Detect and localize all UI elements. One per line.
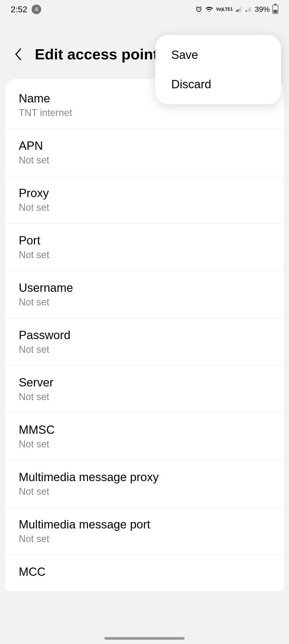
setting-value: Not set bbox=[19, 202, 270, 213]
setting-value: Not set bbox=[19, 249, 270, 260]
setting-row-mms-port[interactable]: Multimedia message port Not set bbox=[5, 508, 284, 555]
setting-label: MMSC bbox=[19, 423, 270, 436]
setting-label: Multimedia message port bbox=[19, 518, 270, 531]
setting-label: APN bbox=[19, 139, 270, 152]
setting-row-username[interactable]: Username Not set bbox=[5, 271, 284, 318]
setting-label: Server bbox=[19, 376, 270, 389]
setting-row-mcc[interactable]: MCC bbox=[5, 555, 284, 591]
setting-row-apn[interactable]: APN Not set bbox=[5, 129, 284, 176]
alarm-icon bbox=[195, 6, 203, 13]
battery-percent: 39% bbox=[255, 5, 270, 14]
setting-value: Not set bbox=[19, 486, 270, 497]
back-icon[interactable] bbox=[13, 49, 24, 60]
nav-handle[interactable] bbox=[104, 637, 185, 640]
setting-label: MCC bbox=[19, 565, 270, 578]
setting-label: Password bbox=[19, 328, 270, 342]
setting-value: Not set bbox=[19, 344, 270, 355]
setting-label: Username bbox=[19, 281, 270, 294]
setting-value: Not set bbox=[19, 439, 270, 450]
status-bar: 2:52 4 Vo)LTE1 39% bbox=[0, 0, 289, 19]
setting-row-mmsc[interactable]: MMSC Not set bbox=[5, 413, 284, 460]
setting-value: Not set bbox=[19, 533, 270, 545]
save-menu-item[interactable]: Save bbox=[155, 40, 281, 70]
volte-icon: Vo)LTE1 bbox=[216, 7, 233, 11]
notification-count-badge: 4 bbox=[32, 5, 41, 14]
page-title: Edit access point bbox=[35, 45, 158, 63]
setting-row-port[interactable]: Port Not set bbox=[5, 224, 284, 271]
signal-icon-1 bbox=[235, 6, 242, 13]
setting-value: Not set bbox=[19, 391, 270, 402]
setting-row-password[interactable]: Password Not set bbox=[5, 318, 284, 366]
wifi-icon bbox=[205, 5, 213, 13]
setting-value: Not set bbox=[19, 155, 270, 166]
setting-row-proxy[interactable]: Proxy Not set bbox=[5, 176, 284, 224]
signal-icon-2 bbox=[245, 6, 252, 13]
status-time: 2:52 bbox=[11, 5, 27, 14]
status-right: Vo)LTE1 39% bbox=[195, 5, 278, 14]
setting-label: Proxy bbox=[19, 186, 270, 200]
discard-menu-item[interactable]: Discard bbox=[155, 70, 281, 99]
overflow-menu: Save Discard bbox=[155, 35, 281, 104]
battery-icon bbox=[272, 5, 278, 14]
status-left: 2:52 4 bbox=[11, 5, 41, 14]
settings-list: Name TNT internet APN Not set Proxy Not … bbox=[5, 79, 284, 591]
setting-row-server[interactable]: Server Not set bbox=[5, 366, 284, 413]
setting-value: Not set bbox=[19, 297, 270, 308]
setting-label: Port bbox=[19, 234, 270, 247]
setting-value: TNT internet bbox=[19, 107, 270, 118]
setting-row-mms-proxy[interactable]: Multimedia message proxy Not set bbox=[5, 460, 284, 508]
setting-label: Multimedia message proxy bbox=[19, 470, 270, 484]
